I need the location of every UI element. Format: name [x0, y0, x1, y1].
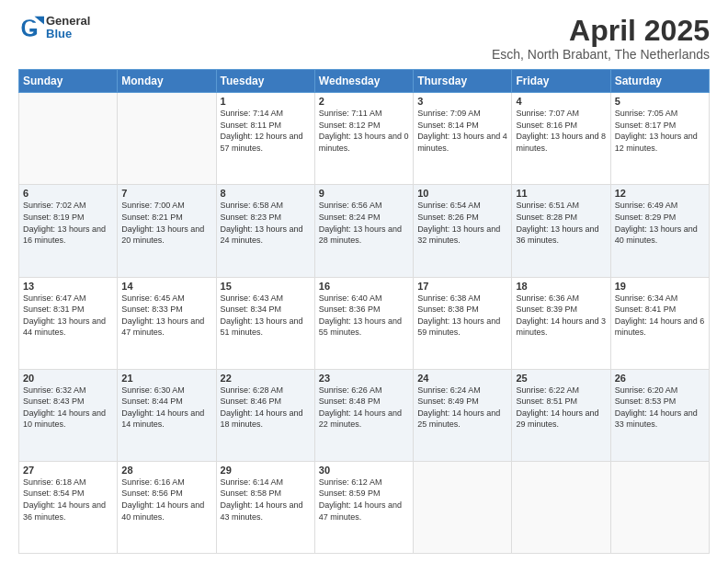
day-number: 2	[319, 96, 409, 107]
day-number: 28	[121, 465, 211, 476]
table-cell: 15Sunrise: 6:43 AM Sunset: 8:34 PM Dayli…	[216, 277, 314, 369]
day-number: 26	[615, 373, 705, 384]
table-cell: 18Sunrise: 6:36 AM Sunset: 8:39 PM Dayli…	[512, 277, 610, 369]
day-info: Sunrise: 6:38 AM Sunset: 8:38 PM Dayligh…	[417, 293, 507, 339]
table-cell: 16Sunrise: 6:40 AM Sunset: 8:36 PM Dayli…	[314, 277, 413, 369]
day-number: 9	[319, 188, 409, 199]
day-info: Sunrise: 6:22 AM Sunset: 8:51 PM Dayligh…	[516, 385, 606, 431]
table-cell	[19, 93, 118, 185]
day-info: Sunrise: 6:30 AM Sunset: 8:44 PM Dayligh…	[121, 385, 211, 431]
table-cell: 6Sunrise: 7:02 AM Sunset: 8:19 PM Daylig…	[19, 185, 118, 277]
table-cell: 24Sunrise: 6:24 AM Sunset: 8:49 PM Dayli…	[414, 369, 512, 461]
day-number: 1	[221, 96, 311, 107]
table-cell: 7Sunrise: 7:00 AM Sunset: 8:21 PM Daylig…	[118, 185, 216, 277]
day-info: Sunrise: 6:18 AM Sunset: 8:54 PM Dayligh…	[23, 477, 113, 523]
week-row-5: 27Sunrise: 6:18 AM Sunset: 8:54 PM Dayli…	[19, 461, 710, 553]
day-info: Sunrise: 7:00 AM Sunset: 8:21 PM Dayligh…	[121, 200, 211, 246]
week-row-2: 6Sunrise: 7:02 AM Sunset: 8:19 PM Daylig…	[19, 185, 710, 277]
day-number: 15	[221, 281, 311, 292]
table-cell: 2Sunrise: 7:11 AM Sunset: 8:12 PM Daylig…	[314, 93, 413, 185]
main-title: April 2025	[492, 15, 710, 47]
week-row-3: 13Sunrise: 6:47 AM Sunset: 8:31 PM Dayli…	[19, 277, 710, 369]
logo-icon	[18, 15, 44, 40]
week-row-4: 20Sunrise: 6:32 AM Sunset: 8:43 PM Dayli…	[19, 369, 710, 461]
table-cell: 27Sunrise: 6:18 AM Sunset: 8:54 PM Dayli…	[19, 461, 118, 553]
day-info: Sunrise: 7:02 AM Sunset: 8:19 PM Dayligh…	[23, 200, 113, 246]
day-info: Sunrise: 6:34 AM Sunset: 8:41 PM Dayligh…	[615, 293, 705, 339]
day-info: Sunrise: 7:09 AM Sunset: 8:14 PM Dayligh…	[417, 108, 507, 154]
table-cell	[512, 461, 610, 553]
day-info: Sunrise: 6:49 AM Sunset: 8:29 PM Dayligh…	[615, 200, 705, 246]
day-number: 14	[121, 281, 211, 292]
table-cell: 3Sunrise: 7:09 AM Sunset: 8:14 PM Daylig…	[414, 93, 512, 185]
table-cell	[610, 461, 709, 553]
day-number: 27	[23, 465, 113, 476]
table-cell	[118, 93, 216, 185]
day-number: 22	[221, 373, 311, 384]
day-number: 11	[516, 188, 606, 199]
table-cell: 17Sunrise: 6:38 AM Sunset: 8:38 PM Dayli…	[414, 277, 512, 369]
header-thursday: Thursday	[414, 70, 512, 93]
header: General Blue April 2025 Esch, North Brab…	[18, 15, 710, 62]
table-cell: 12Sunrise: 6:49 AM Sunset: 8:29 PM Dayli…	[610, 185, 709, 277]
day-info: Sunrise: 6:40 AM Sunset: 8:36 PM Dayligh…	[319, 293, 409, 339]
table-cell: 28Sunrise: 6:16 AM Sunset: 8:56 PM Dayli…	[118, 461, 216, 553]
day-info: Sunrise: 7:07 AM Sunset: 8:16 PM Dayligh…	[516, 108, 606, 154]
day-number: 13	[23, 281, 113, 292]
day-info: Sunrise: 7:14 AM Sunset: 8:11 PM Dayligh…	[221, 108, 311, 154]
weekday-header-row: Sunday Monday Tuesday Wednesday Thursday…	[19, 70, 710, 93]
day-info: Sunrise: 6:12 AM Sunset: 8:59 PM Dayligh…	[319, 477, 409, 523]
day-number: 17	[417, 281, 507, 292]
day-number: 29	[221, 465, 311, 476]
day-info: Sunrise: 6:32 AM Sunset: 8:43 PM Dayligh…	[23, 385, 113, 431]
table-cell: 30Sunrise: 6:12 AM Sunset: 8:59 PM Dayli…	[314, 461, 413, 553]
day-number: 5	[615, 96, 705, 107]
header-tuesday: Tuesday	[216, 70, 314, 93]
day-info: Sunrise: 6:58 AM Sunset: 8:23 PM Dayligh…	[221, 200, 311, 246]
day-info: Sunrise: 6:47 AM Sunset: 8:31 PM Dayligh…	[23, 293, 113, 339]
table-cell: 29Sunrise: 6:14 AM Sunset: 8:58 PM Dayli…	[216, 461, 314, 553]
day-number: 23	[319, 373, 409, 384]
day-number: 10	[417, 188, 507, 199]
day-info: Sunrise: 6:16 AM Sunset: 8:56 PM Dayligh…	[121, 477, 211, 523]
table-cell: 19Sunrise: 6:34 AM Sunset: 8:41 PM Dayli…	[610, 277, 709, 369]
table-cell: 5Sunrise: 7:05 AM Sunset: 8:17 PM Daylig…	[610, 93, 709, 185]
logo-general-text: General	[46, 15, 90, 28]
logo-blue-text: Blue	[46, 28, 90, 40]
day-number: 12	[615, 188, 705, 199]
day-number: 4	[516, 96, 606, 107]
day-number: 3	[417, 96, 507, 107]
table-cell: 10Sunrise: 6:54 AM Sunset: 8:26 PM Dayli…	[414, 185, 512, 277]
day-info: Sunrise: 7:11 AM Sunset: 8:12 PM Dayligh…	[319, 108, 409, 154]
header-monday: Monday	[118, 70, 216, 93]
table-cell: 11Sunrise: 6:51 AM Sunset: 8:28 PM Dayli…	[512, 185, 610, 277]
table-cell: 13Sunrise: 6:47 AM Sunset: 8:31 PM Dayli…	[19, 277, 118, 369]
table-cell: 1Sunrise: 7:14 AM Sunset: 8:11 PM Daylig…	[216, 93, 314, 185]
table-cell: 26Sunrise: 6:20 AM Sunset: 8:53 PM Dayli…	[610, 369, 709, 461]
table-cell: 9Sunrise: 6:56 AM Sunset: 8:24 PM Daylig…	[314, 185, 413, 277]
subtitle: Esch, North Brabant, The Netherlands	[492, 47, 710, 62]
day-number: 18	[516, 281, 606, 292]
day-info: Sunrise: 6:56 AM Sunset: 8:24 PM Dayligh…	[319, 200, 409, 246]
day-info: Sunrise: 6:43 AM Sunset: 8:34 PM Dayligh…	[221, 293, 311, 339]
day-info: Sunrise: 6:36 AM Sunset: 8:39 PM Dayligh…	[516, 293, 606, 339]
table-cell: 21Sunrise: 6:30 AM Sunset: 8:44 PM Dayli…	[118, 369, 216, 461]
day-number: 20	[23, 373, 113, 384]
day-info: Sunrise: 6:51 AM Sunset: 8:28 PM Dayligh…	[516, 200, 606, 246]
day-number: 24	[417, 373, 507, 384]
day-number: 16	[319, 281, 409, 292]
table-cell: 22Sunrise: 6:28 AM Sunset: 8:46 PM Dayli…	[216, 369, 314, 461]
table-cell	[414, 461, 512, 553]
table-cell: 20Sunrise: 6:32 AM Sunset: 8:43 PM Dayli…	[19, 369, 118, 461]
day-info: Sunrise: 6:24 AM Sunset: 8:49 PM Dayligh…	[417, 385, 507, 431]
day-number: 19	[615, 281, 705, 292]
header-wednesday: Wednesday	[314, 70, 413, 93]
week-row-1: 1Sunrise: 7:14 AM Sunset: 8:11 PM Daylig…	[19, 93, 710, 185]
day-info: Sunrise: 7:05 AM Sunset: 8:17 PM Dayligh…	[615, 108, 705, 154]
title-section: April 2025 Esch, North Brabant, The Neth…	[492, 15, 710, 62]
day-number: 25	[516, 373, 606, 384]
logo-text: General Blue	[46, 15, 90, 41]
table-cell: 8Sunrise: 6:58 AM Sunset: 8:23 PM Daylig…	[216, 185, 314, 277]
header-saturday: Saturday	[610, 70, 709, 93]
calendar-page: General Blue April 2025 Esch, North Brab…	[0, 0, 728, 563]
